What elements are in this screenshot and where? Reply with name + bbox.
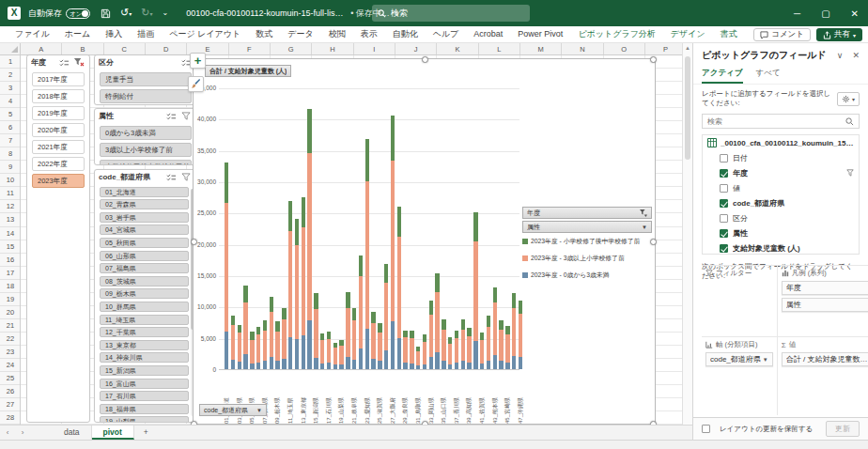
autosave-toggle[interactable]: オン	[66, 8, 90, 19]
slicer-item[interactable]: 2017年度	[32, 72, 85, 86]
pane-tab-アクティブ[interactable]: アクティブ	[702, 68, 743, 84]
field-row[interactable]: 日付	[703, 150, 859, 165]
close-button[interactable]: ✕	[851, 8, 859, 19]
slicer-item[interactable]: 0歳から3歳未満	[100, 126, 192, 140]
column-header[interactable]: G	[271, 43, 312, 55]
ribbon-contextual-tab[interactable]: 書式	[713, 26, 745, 42]
ribbon-tab[interactable]: Acrobat	[466, 26, 510, 42]
ribbon-tab[interactable]: ページ レイアウト	[162, 26, 248, 42]
sheet-tab-data[interactable]: data	[53, 426, 92, 440]
chart-styles-button[interactable]	[188, 76, 204, 92]
chart-value-field-button[interactable]: 合計 / 支給対象児童数 (人)	[205, 65, 291, 77]
column-header[interactable]: N	[562, 43, 603, 55]
slicer-item[interactable]: 2023年度	[32, 174, 85, 188]
multi-select-icon[interactable]	[164, 111, 178, 122]
field-checkbox[interactable]	[720, 154, 728, 163]
column-header[interactable]: L	[479, 43, 520, 55]
slicer-item[interactable]: 2019年度	[32, 106, 85, 120]
filters-area[interactable]: フィルター	[702, 265, 777, 336]
field-checkbox[interactable]	[720, 244, 728, 253]
scroll-up-icon[interactable]: ▲	[685, 45, 690, 51]
ribbon-tab[interactable]: データ	[280, 26, 320, 42]
field-checkbox[interactable]	[720, 214, 728, 223]
row-header[interactable]: 22	[0, 333, 21, 346]
row-header[interactable]: 13	[0, 213, 21, 226]
slicer-item[interactable]: 01_北海道	[100, 187, 189, 197]
row-header[interactable]: 14	[0, 227, 21, 240]
ribbon-tab[interactable]: ファイル	[8, 26, 57, 42]
clear-filter-icon[interactable]	[72, 57, 85, 69]
field-row[interactable]: 属性	[703, 225, 859, 240]
slicer-item[interactable]: 12_千葉県	[100, 327, 189, 337]
slicer-item[interactable]: 15_新潟県	[100, 365, 189, 376]
column-header[interactable]: K	[437, 43, 478, 55]
ribbon-tab[interactable]: 校閲	[321, 26, 353, 42]
row-header[interactable]: 17	[0, 267, 21, 280]
ribbon-tab[interactable]: Power Pivot	[510, 26, 570, 42]
field-row[interactable]: 区分	[703, 210, 859, 225]
ribbon-contextual-tab[interactable]: ピボットグラフ分析	[570, 26, 662, 42]
column-header[interactable]: J	[395, 43, 437, 55]
row-header[interactable]: 8	[0, 147, 21, 161]
multi-select-icon[interactable]	[57, 57, 70, 69]
pane-tab-すべて[interactable]: すべて	[756, 68, 781, 84]
filter-icon[interactable]	[179, 111, 193, 122]
ribbon-tab[interactable]: 数式	[248, 26, 280, 42]
row-header[interactable]: 26	[0, 385, 21, 398]
scrollbar-thumb[interactable]	[685, 56, 690, 160]
save-icon[interactable]	[101, 8, 111, 19]
slicer-item[interactable]: 11_埼玉県	[100, 315, 189, 325]
area-field-pill[interactable]: 属性▼	[782, 298, 868, 312]
slicer-item[interactable]: 05_秋田県	[100, 238, 189, 248]
chevron-down-icon[interactable]: ∨	[837, 51, 844, 60]
field-row[interactable]: 値	[703, 180, 859, 195]
slicer-item[interactable]: 06_山形県	[100, 251, 189, 261]
column-header[interactable]: O	[604, 43, 645, 55]
defer-layout-checkbox[interactable]	[702, 425, 710, 433]
row-header[interactable]: 5	[0, 108, 21, 121]
slicer-item[interactable]: 2018年度	[32, 89, 85, 103]
maximize-button[interactable]: ▢	[821, 8, 829, 19]
tools-button[interactable]: ▾	[837, 92, 860, 106]
close-pane-icon[interactable]: ✕	[852, 51, 860, 60]
slicer-item[interactable]: 2020年度	[32, 123, 85, 137]
field-checkbox[interactable]	[720, 199, 728, 208]
slicer-item[interactable]: 19_山梨県	[100, 416, 189, 423]
column-header[interactable]: P	[645, 43, 682, 55]
ribbon-tab[interactable]: 表示	[353, 26, 385, 42]
multi-select-icon[interactable]	[164, 172, 178, 183]
slicer-item[interactable]: 02_青森県	[100, 199, 189, 209]
selection-handle[interactable]	[650, 239, 657, 245]
slicer-item[interactable]: 13_東京都	[100, 340, 189, 350]
row-header[interactable]: 7	[0, 134, 21, 147]
row-header[interactable]: 24	[0, 359, 21, 372]
slicer-item[interactable]: 3歳以上小学校修了前	[100, 143, 192, 157]
row-header[interactable]: 25	[0, 372, 21, 385]
field-table-row[interactable]: _00100_cfa_00100112_koumuin_15_full_…	[703, 135, 859, 150]
ribbon-tab[interactable]: 描画	[130, 26, 162, 42]
ribbon-tab[interactable]: 自動化	[385, 26, 426, 42]
share-button[interactable]: 共有 ▾	[816, 28, 862, 41]
row-header[interactable]: 4	[0, 95, 21, 108]
slicer-item[interactable]: 特例給付	[100, 89, 192, 103]
row-header[interactable]: 16	[0, 254, 21, 267]
field-checkbox[interactable]	[720, 169, 728, 178]
quick-access-caret-icon[interactable]: ⌄	[162, 0, 168, 26]
search-input[interactable]: 検索	[372, 5, 530, 22]
sheet-nav-right-icon[interactable]: ›	[15, 426, 30, 440]
area-field-pill[interactable]: 合計 / 支給対象児童数…▼	[782, 352, 868, 366]
row-header[interactable]: 28	[0, 411, 21, 425]
slicer-item[interactable]: 03_岩手県	[100, 212, 189, 223]
selection-handle[interactable]	[650, 56, 657, 63]
vertical-scrollbar[interactable]: ▲	[682, 43, 692, 425]
select-all-corner[interactable]	[0, 43, 21, 55]
document-title[interactable]: 00100-cfa-00100112-koumuin-15-full-lis… …	[186, 8, 399, 20]
chart-elements-button[interactable]: +	[190, 53, 206, 69]
slicer-item[interactable]: 17_石川県	[100, 391, 189, 401]
column-header[interactable]: F	[229, 43, 271, 55]
row-header[interactable]: 11	[0, 187, 21, 200]
ribbon-tab[interactable]: ホーム	[57, 26, 98, 42]
slicer-item[interactable]: 09_栃木県	[100, 288, 189, 299]
comments-button[interactable]: コメント	[753, 28, 811, 41]
column-header[interactable]: M	[520, 43, 562, 55]
